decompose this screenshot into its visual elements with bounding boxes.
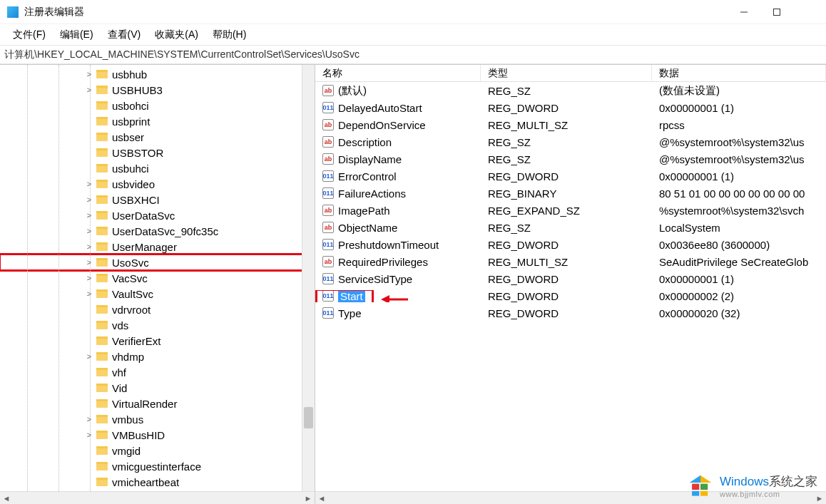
value-type: REG_MULTI_SZ (481, 256, 652, 268)
tree-item[interactable]: >vmicguestinterface (0, 458, 315, 474)
menubar: 文件(F) 编辑(E) 查看(V) 收藏夹(A) 帮助(H) (0, 24, 826, 46)
expander-icon[interactable]: > (84, 195, 94, 205)
tree-item-label: vmicguestinterface (112, 461, 201, 473)
watermark: Windows系统之家 www.bjjmlv.com (688, 473, 817, 498)
value-row[interactable]: 011FailureActionsREG_BINARY80 51 01 00 0… (315, 185, 826, 202)
svg-marker-7 (690, 475, 700, 482)
folder-icon (96, 430, 108, 440)
tree[interactable]: >usbhub>USBHUB3>usbohci>usbprint>usbser>… (0, 65, 315, 491)
tree-item[interactable]: >UserDataSvc (0, 207, 315, 223)
string-value-icon: ab (322, 136, 334, 148)
address-bar[interactable]: 计算机\HKEY_LOCAL_MACHINE\SYSTEM\CurrentCon… (0, 46, 826, 64)
value-row[interactable]: 011ServiceSidTypeREG_DWORD0x00000001 (1) (315, 270, 826, 287)
tree-item[interactable]: >VaultSvc (0, 286, 315, 302)
tree-item-label: UserDataSvc (112, 210, 175, 222)
tree-item[interactable]: >USBXHCI (0, 192, 315, 207)
column-header-type[interactable]: 类型 (481, 65, 652, 81)
tree-item[interactable]: >VerifierExt (0, 333, 315, 349)
expander-icon[interactable]: > (84, 242, 94, 252)
column-header-data[interactable]: 数据 (652, 65, 826, 81)
value-row[interactable]: abDependOnServiceREG_MULTI_SZrpcss (315, 116, 826, 133)
menu-favorites[interactable]: 收藏夹(A) (148, 26, 205, 43)
value-row[interactable]: abDisplayNameREG_SZ@%systemroot%\system3… (315, 150, 826, 168)
tree-item[interactable]: >Vid (0, 380, 315, 396)
expander-icon[interactable]: > (84, 351, 94, 361)
tree-item[interactable]: >vhdmp (0, 349, 315, 364)
folder-icon (96, 383, 108, 393)
value-type: REG_SZ (481, 85, 652, 97)
value-row[interactable]: abObjectNameREG_SZLocalSystem (315, 219, 826, 236)
value-row[interactable]: ab(默认)REG_SZ(数值未设置) (315, 82, 826, 99)
expander-icon[interactable]: > (84, 85, 94, 95)
tree-item[interactable]: >USBSTOR (0, 145, 315, 160)
tree-item-label: VaultSvc (112, 288, 153, 300)
tree-item-label: vhf (112, 366, 126, 379)
folder-icon (96, 414, 108, 424)
value-data: @%systemroot%\system32\us (652, 136, 826, 148)
tree-item[interactable]: >vmbus (0, 411, 315, 427)
value-row[interactable]: 011StartREG_DWORD0x00000002 (2) (315, 287, 826, 304)
tree-item[interactable]: >vdrvroot (0, 302, 315, 317)
scroll-left-icon[interactable]: ◄ (315, 492, 328, 504)
expander-icon[interactable]: > (84, 273, 94, 283)
tree-item[interactable]: >usbhub (0, 66, 315, 82)
expander-icon[interactable]: > (84, 414, 94, 424)
tree-item[interactable]: >usbvideo (0, 176, 315, 192)
column-header-name[interactable]: 名称 (315, 65, 481, 81)
expander-icon[interactable]: > (84, 289, 94, 299)
value-row[interactable]: 011PreshutdownTimeoutREG_DWORD0x0036ee80… (315, 236, 826, 253)
menu-view[interactable]: 查看(V) (101, 26, 148, 43)
value-type: REG_BINARY (481, 187, 652, 200)
tree-item[interactable]: >usbprint (0, 113, 315, 129)
tree-item-label: usbprint (112, 115, 150, 128)
main-area: >usbhub>USBHUB3>usbohci>usbprint>usbser>… (0, 64, 826, 504)
value-row[interactable]: abRequiredPrivilegesREG_MULTI_SZSeAuditP… (315, 253, 826, 270)
watermark-text: Windows系统之家 www.bjjmlv.com (720, 473, 817, 498)
expander-icon[interactable]: > (84, 430, 94, 440)
tree-item[interactable]: >VacSvc (0, 270, 315, 286)
tree-item[interactable]: >vmgid (0, 443, 315, 458)
value-name: ServiceSidType (338, 273, 412, 285)
maximize-button[interactable] (760, 0, 793, 24)
value-row[interactable]: abImagePathREG_EXPAND_SZ%systemroot%\sys… (315, 202, 826, 219)
value-type: REG_DWORD (481, 273, 652, 285)
menu-file[interactable]: 文件(F) (6, 26, 53, 43)
tree-item[interactable]: >UserDataSvc_90fc35c (0, 223, 315, 239)
tree-horizontal-scrollbar[interactable]: ◄ ► (0, 491, 315, 504)
expander-icon[interactable]: > (84, 69, 94, 79)
value-name-cell: abDescription (315, 136, 481, 148)
minimize-button[interactable] (728, 0, 760, 24)
value-row[interactable]: abDescriptionREG_SZ@%systemroot%\system3… (315, 133, 826, 150)
tree-vertical-scrollbar[interactable] (302, 65, 315, 491)
expander-icon[interactable]: > (84, 257, 94, 267)
scroll-left-icon[interactable]: ◄ (0, 492, 13, 504)
folder-icon (96, 163, 108, 173)
menu-edit[interactable]: 编辑(E) (53, 26, 101, 43)
tree-item[interactable]: >vds (0, 317, 315, 333)
expander-icon[interactable]: > (84, 226, 94, 236)
expander-icon[interactable]: > (84, 179, 94, 189)
tree-item[interactable]: >UserManager (0, 239, 315, 254)
tree-item[interactable]: >usbser (0, 129, 315, 145)
value-data: (数值未设置) (652, 84, 826, 98)
tree-item[interactable]: >UsoSvc (0, 254, 315, 270)
menu-help[interactable]: 帮助(H) (205, 26, 253, 43)
folder-icon (96, 226, 108, 236)
tree-item[interactable]: >vhf (0, 364, 315, 380)
tree-item[interactable]: >VirtualRender (0, 396, 315, 411)
tree-item[interactable]: >vmicheartbeat (0, 474, 315, 490)
value-name-cell: 011FailureActions (315, 187, 481, 200)
tree-item[interactable]: >usbohci (0, 98, 315, 113)
value-row[interactable]: 011ErrorControlREG_DWORD0x00000001 (1) (315, 168, 826, 185)
tree-item[interactable]: >USBHUB3 (0, 82, 315, 98)
expander-icon[interactable]: > (84, 210, 94, 220)
tree-item[interactable]: >VMBusHID (0, 427, 315, 443)
value-name: FailureActions (338, 187, 406, 200)
scroll-right-icon[interactable]: ► (302, 492, 315, 504)
tree-item[interactable]: >usbuhci (0, 160, 315, 176)
value-row[interactable]: 011DelayedAutoStartREG_DWORD0x00000001 (… (315, 99, 826, 116)
folder-icon (96, 398, 108, 408)
values-list[interactable]: ab(默认)REG_SZ(数值未设置)011DelayedAutoStartRE… (315, 82, 826, 504)
value-row[interactable]: 011TypeREG_DWORD0x00000020 (32) (315, 304, 826, 322)
string-value-icon: ab (322, 153, 334, 165)
